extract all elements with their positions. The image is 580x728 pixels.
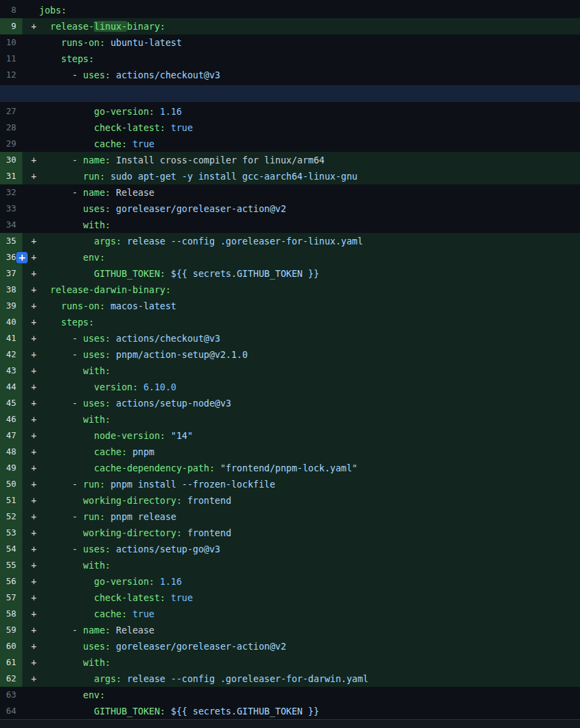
code-token: with: xyxy=(83,414,111,425)
line-number[interactable]: 38 xyxy=(0,282,22,298)
code-token xyxy=(39,608,94,619)
line-number[interactable]: 35 xyxy=(0,233,22,249)
code-token: go-version: xyxy=(94,106,154,117)
code-token: true xyxy=(171,122,193,133)
code-token xyxy=(39,592,94,603)
line-number[interactable]: 51 xyxy=(0,492,22,509)
diff-row: 47+ node-version: "14" xyxy=(0,427,580,444)
line-number[interactable]: 62 xyxy=(0,671,22,687)
code-token: runs-on: xyxy=(61,37,105,48)
line-number[interactable]: 56 xyxy=(0,573,22,590)
code-line: jobs: xyxy=(22,2,580,18)
code-token: with: xyxy=(83,657,111,668)
diff-row: 45+ - uses: actions/setup-node@v3 xyxy=(0,395,580,411)
code-line: uses: goreleaser/goreleaser-action@v2 xyxy=(22,201,580,217)
line-number[interactable]: 52 xyxy=(0,509,22,525)
diff-added-marker: + xyxy=(22,330,39,346)
code-token: linux- xyxy=(94,21,127,32)
code-token: frontend xyxy=(187,527,231,538)
diff-row: 62+ args: release --config .goreleaser-f… xyxy=(0,671,580,687)
add-comment-button[interactable]: + xyxy=(16,252,28,263)
line-number[interactable]: 58 xyxy=(0,606,22,622)
code-token xyxy=(127,446,132,457)
line-number[interactable]: 47 xyxy=(0,427,22,444)
line-number[interactable]: 39 xyxy=(0,298,22,314)
code-token: "14" xyxy=(171,430,193,441)
line-number[interactable]: 48 xyxy=(0,444,22,460)
line-number[interactable]: 40 xyxy=(0,314,22,330)
code-token: name: xyxy=(83,187,111,198)
diff-row: 46+ with: xyxy=(0,411,580,427)
line-number[interactable]: 50 xyxy=(0,476,22,492)
code-token: release-darwin-binary: xyxy=(50,284,171,295)
line-number[interactable]: 45 xyxy=(0,395,22,411)
line-number[interactable]: 28 xyxy=(0,120,22,136)
diff-added-marker: + xyxy=(22,427,39,444)
line-number[interactable]: 9 xyxy=(0,18,22,34)
expand-hidden-lines-band[interactable] xyxy=(0,85,580,102)
line-number[interactable]: 63 xyxy=(0,687,22,703)
line-number[interactable]: 46 xyxy=(0,411,22,427)
code-token xyxy=(39,301,61,311)
code-token xyxy=(39,690,83,700)
code-line: + cache: pnpm xyxy=(22,444,580,460)
line-number[interactable]: 57 xyxy=(0,590,22,606)
code-line: + uses: goreleaser/goreleaser-action@v2 xyxy=(22,638,580,654)
code-token xyxy=(39,106,94,117)
code-token xyxy=(39,252,83,263)
line-number[interactable]: 42 xyxy=(0,346,22,363)
line-number[interactable]: 55 xyxy=(0,557,22,573)
line-number[interactable]: 32 xyxy=(0,184,22,201)
diff-added-marker: + xyxy=(22,638,39,654)
expand-hidden-lines-row[interactable] xyxy=(0,83,580,103)
line-number[interactable]: 64 xyxy=(0,703,22,719)
diff-row: 29 cache: true xyxy=(0,136,580,152)
line-number[interactable]: 8 xyxy=(0,2,22,18)
line-number[interactable]: 36+ xyxy=(0,249,22,265)
line-number[interactable]: 61 xyxy=(0,654,22,671)
code-token: - xyxy=(39,511,83,522)
line-number[interactable]: 10 xyxy=(0,34,22,51)
line-number[interactable]: 12 xyxy=(0,67,22,83)
code-line: + node-version: "14" xyxy=(22,427,580,444)
line-number[interactable]: 59 xyxy=(0,622,22,638)
code-token: cache: xyxy=(94,446,127,457)
line-number[interactable]: 29 xyxy=(0,136,22,152)
diff-row: 50+ - run: pnpm install --frozen-lockfil… xyxy=(0,476,580,492)
code-token xyxy=(39,138,94,149)
line-number[interactable]: 41 xyxy=(0,330,22,346)
line-number[interactable]: 60 xyxy=(0,638,22,654)
diff-row: 42+ - uses: pnpm/action-setup@v2.1.0 xyxy=(0,346,580,363)
line-number[interactable]: 53 xyxy=(0,525,22,541)
code-token: - xyxy=(39,398,83,409)
diff-row: 44+ version: 6.10.0 xyxy=(0,379,580,395)
code-token: name: xyxy=(83,155,111,165)
code-token xyxy=(127,138,132,149)
code-line: + working-directory: frontend xyxy=(22,492,580,509)
diff-row: 54+ - uses: actions/setup-go@v3 xyxy=(0,541,580,557)
line-number[interactable]: 11 xyxy=(0,51,22,67)
line-number[interactable]: 49 xyxy=(0,460,22,476)
line-number[interactable]: 31 xyxy=(0,168,22,184)
line-number[interactable]: 37 xyxy=(0,265,22,282)
diff-row: 51+ working-directory: frontend xyxy=(0,492,580,509)
line-number[interactable]: 43 xyxy=(0,363,22,379)
code-token: binary: xyxy=(127,21,165,32)
code-line: + - uses: actions/checkout@v3 xyxy=(22,330,580,346)
code-token: true xyxy=(132,608,155,619)
line-number[interactable]: 33 xyxy=(0,201,22,217)
line-number[interactable]: 44 xyxy=(0,379,22,395)
line-number[interactable]: 30 xyxy=(0,152,22,168)
code-token: with: xyxy=(83,560,111,571)
diff-added-marker: + xyxy=(22,363,39,379)
diff-row: 32 - name: Release xyxy=(0,184,580,201)
line-number[interactable]: 27 xyxy=(0,103,22,120)
diff-added-marker: + xyxy=(22,152,39,168)
line-number[interactable]: 34 xyxy=(0,217,22,233)
code-token: jobs: xyxy=(39,5,67,16)
line-number[interactable]: 54 xyxy=(0,541,22,557)
code-token: release --config .goreleaser-for-darwin.… xyxy=(127,673,369,684)
diff-added-marker: + xyxy=(22,654,39,671)
diff-added-marker: + xyxy=(22,541,39,557)
code-token: - xyxy=(39,155,83,165)
